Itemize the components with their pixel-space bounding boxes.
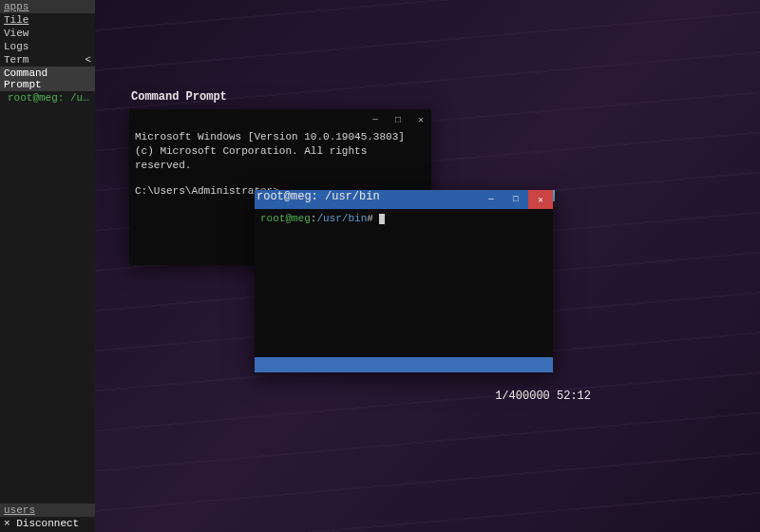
- maximize-button[interactable]: □: [504, 190, 528, 209]
- linux-prompt-line: root@meg:/usr/bin#: [260, 213, 547, 224]
- sidebar-item-view[interactable]: View: [0, 27, 95, 40]
- disconnect-button[interactable]: × Disconnect: [0, 517, 95, 530]
- chevron-left-icon: <: [85, 54, 91, 66]
- cmd-line: Microsoft Windows [Version 10.0.19045.38…: [135, 130, 426, 144]
- sidebar-item-tile[interactable]: Tile: [0, 13, 95, 27]
- linux-body[interactable]: root@meg:/usr/bin#: [255, 209, 553, 228]
- cmd-line: (c) Microsoft Corporation. All rights re…: [135, 144, 426, 173]
- cursor-icon: [379, 214, 385, 224]
- sidebar-item-term[interactable]: Term <: [0, 53, 95, 66]
- cmd-body[interactable]: Microsoft Windows [Version 10.0.19045.38…: [129, 130, 431, 198]
- close-button[interactable]: ✕: [528, 190, 553, 209]
- linux-window-title: root@meg: /usr/bin: [256, 190, 380, 203]
- sidebar-item-label: View: [4, 28, 28, 39]
- sidebar-sub-session[interactable]: root@meg: /usr…: [0, 91, 95, 104]
- prompt-user: root@meg: [260, 213, 311, 224]
- close-button[interactable]: ✕: [414, 113, 428, 126]
- sidebar-header-apps: apps: [0, 0, 95, 13]
- sidebar-item-logs[interactable]: Logs: [0, 40, 95, 53]
- cmd-titlebar[interactable]: ─ □ ✕: [129, 109, 431, 130]
- sidebar-item-label: Term: [4, 54, 28, 66]
- maximize-button[interactable]: □: [391, 113, 405, 126]
- sidebar: apps Tile View Logs Term < Command Promp…: [0, 0, 95, 532]
- linux-terminal-window[interactable]: ─ □ ✕ root@meg:/usr/bin#: [255, 190, 553, 372]
- sidebar-item-label: Tile: [4, 14, 28, 26]
- prompt-path: /usr/bin: [316, 213, 367, 224]
- minimize-button[interactable]: ─: [369, 113, 382, 126]
- status-counter: 1/400000 52:12: [495, 390, 591, 403]
- cmd-window-title: Command Prompt: [131, 90, 227, 104]
- sidebar-item-command-prompt[interactable]: Command Prompt: [0, 66, 95, 91]
- sidebar-item-label: Logs: [4, 41, 28, 52]
- minimize-button[interactable]: ─: [479, 190, 504, 209]
- sidebar-header-users: users: [0, 504, 95, 517]
- prompt-end: #: [367, 213, 379, 224]
- linux-statusbar: [255, 357, 553, 372]
- sidebar-item-label: Command Prompt: [4, 67, 91, 90]
